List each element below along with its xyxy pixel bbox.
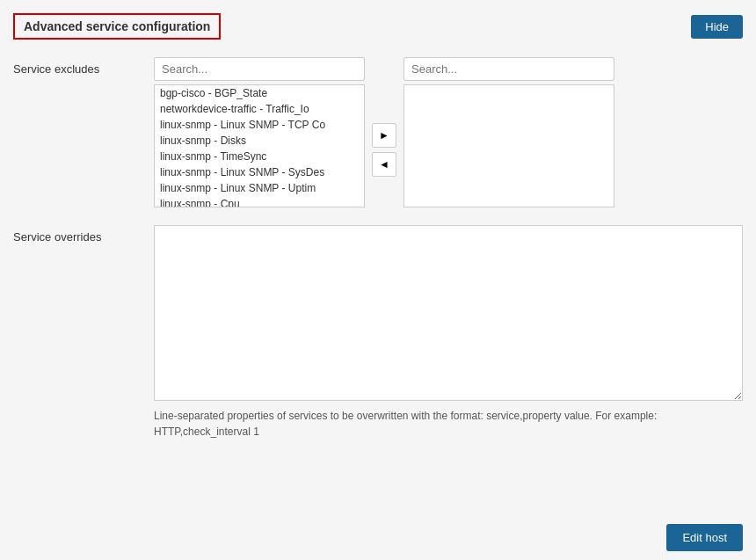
right-search-input[interactable]	[403, 57, 614, 81]
bottom-bar: Edit host	[653, 515, 756, 560]
move-left-button[interactable]: ◄	[372, 152, 396, 177]
edit-host-button[interactable]: Edit host	[666, 524, 743, 551]
section-title: Advanced service configuration	[13, 13, 221, 40]
hide-button[interactable]: Hide	[691, 15, 743, 39]
right-list-box[interactable]	[403, 84, 614, 207]
list-item[interactable]: networkdevice-traffic - Traffic_Io	[155, 101, 364, 117]
service-overrides-field: Line-separated properties of services to…	[154, 225, 743, 440]
list-item[interactable]: linux-snmp - TimeSync	[155, 149, 364, 164]
list-item[interactable]: linux-snmp - Cpu	[155, 196, 364, 207]
service-overrides-help: Line-separated properties of services to…	[154, 408, 743, 440]
move-right-button[interactable]: ►	[372, 123, 396, 148]
transfer-buttons: ► ◄	[365, 88, 403, 177]
service-excludes-field: bgp-cisco - BGP_State networkdevice-traf…	[154, 57, 743, 207]
left-search-input[interactable]	[154, 57, 365, 81]
service-excludes-label: Service excludes	[13, 57, 154, 76]
service-overrides-row: Service overrides Line-separated propert…	[13, 225, 743, 440]
page-container: Advanced service configuration Hide Serv…	[0, 0, 756, 560]
list-item[interactable]: linux-snmp - Linux SNMP - TCP Co	[155, 117, 364, 133]
right-list-wrapper	[403, 57, 614, 207]
header-row: Advanced service configuration Hide	[13, 13, 743, 40]
list-item[interactable]: linux-snmp - Linux SNMP - Uptim	[155, 180, 364, 196]
dual-list-container: bgp-cisco - BGP_State networkdevice-traf…	[154, 57, 743, 207]
service-overrides-textarea[interactable]	[154, 225, 743, 401]
list-item[interactable]: bgp-cisco - BGP_State	[155, 85, 364, 101]
list-item[interactable]: linux-snmp - Disks	[155, 133, 364, 149]
service-overrides-label: Service overrides	[13, 225, 154, 244]
left-list-box[interactable]: bgp-cisco - BGP_State networkdevice-traf…	[154, 84, 365, 207]
left-list-wrapper: bgp-cisco - BGP_State networkdevice-traf…	[154, 57, 365, 207]
service-excludes-row: Service excludes bgp-cisco - BGP_State n…	[13, 57, 743, 207]
list-item[interactable]: linux-snmp - Linux SNMP - SysDes	[155, 164, 364, 180]
